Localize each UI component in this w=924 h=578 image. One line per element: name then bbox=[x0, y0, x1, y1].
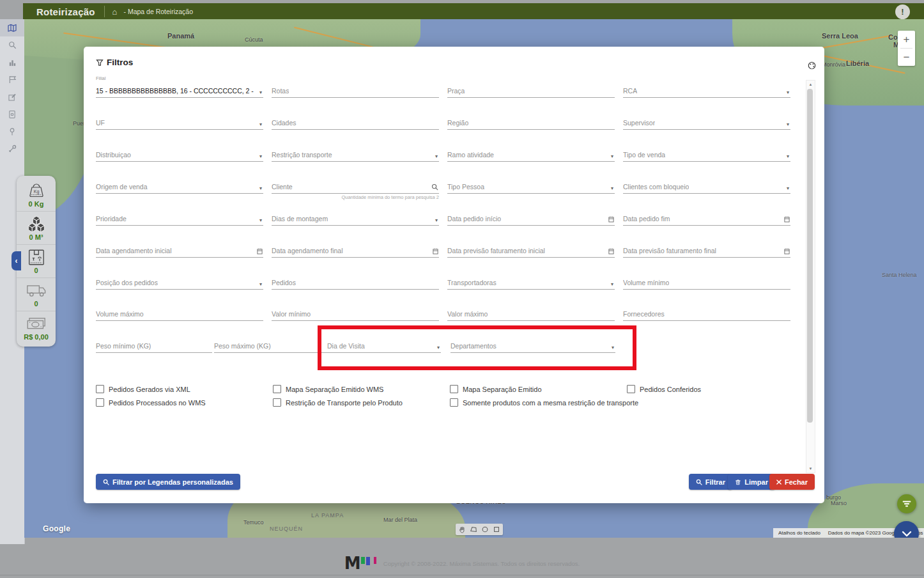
sidebar-item-flag[interactable] bbox=[0, 71, 24, 88]
checkbox-label: Pedidos Processados no WMS bbox=[109, 399, 206, 407]
field-praca[interactable]: Praça bbox=[447, 82, 615, 98]
clear-button[interactable]: Limpar bbox=[728, 474, 775, 490]
map-draw-toolbar bbox=[456, 524, 503, 535]
palette-icon[interactable] bbox=[808, 61, 816, 72]
field-ramo-atividade[interactable]: Ramo atividade▾ bbox=[447, 146, 615, 162]
calendar-icon bbox=[257, 248, 263, 254]
field-label: Data previsão faturamento inicial bbox=[447, 247, 545, 254]
field-data-previsao-faturamento-inicial[interactable]: Data previsão faturamento inicial bbox=[447, 242, 615, 258]
modal-scrollbar[interactable]: ▲ ▼ bbox=[806, 80, 815, 473]
field-pedidos[interactable]: Pedidos bbox=[272, 274, 439, 290]
field-clientes-com-bloqueio[interactable]: Clientes com bloqueio▾ bbox=[623, 178, 790, 194]
scroll-up-arrow[interactable]: ▲ bbox=[806, 81, 815, 88]
cubes-icon bbox=[27, 215, 46, 232]
total-value: 0 M³ bbox=[29, 233, 43, 241]
field-data-agendamento-final[interactable]: Data agendamento final bbox=[272, 242, 439, 258]
field-valor-maximo[interactable]: Valor máximo bbox=[447, 305, 615, 321]
totals-panel-collapse-tab[interactable]: ‹ bbox=[12, 251, 21, 270]
field-label: Cliente bbox=[272, 183, 293, 191]
checkbox-restricao-de-transporte-pelo-produto[interactable]: Restrição de Transporte pelo Produto bbox=[273, 398, 403, 407]
dropdown-arrow-icon: ▾ bbox=[259, 121, 262, 127]
checkbox-box bbox=[450, 398, 458, 407]
field-rotas[interactable]: Rotas bbox=[272, 82, 439, 98]
filter-by-legends-button[interactable]: Filtrar por Legendas personalizadas bbox=[96, 474, 240, 490]
field-dia-de-visita[interactable]: Dia de Visita▾ bbox=[327, 337, 441, 353]
sidebar-item-tools[interactable] bbox=[0, 140, 24, 157]
checkbox-box bbox=[627, 385, 635, 393]
field-supervisor[interactable]: Supervisor▾ bbox=[623, 114, 790, 130]
close-button[interactable]: Fechar bbox=[769, 474, 815, 490]
map-filter-fab[interactable] bbox=[897, 494, 916, 513]
sidebar-item-edit[interactable] bbox=[0, 88, 24, 105]
field-distribuicao[interactable]: Distribuiçao▾ bbox=[96, 146, 263, 162]
field-tipo-pessoa[interactable]: Tipo Pessoa▾ bbox=[447, 178, 615, 194]
field-data-previsao-faturamento-final[interactable]: Data previsão faturamento final bbox=[623, 242, 790, 258]
total-value: 0 bbox=[34, 267, 38, 274]
field-cliente[interactable]: ClienteQuantidade mínima do termo para p… bbox=[272, 178, 439, 194]
checkbox-pedidos-processados-no-wms[interactable]: Pedidos Processados no WMS bbox=[96, 398, 206, 407]
checkbox-somente-produtos-com-a-mesma-restricao-de-transporte[interactable]: Somente produtos com a mesma restrição d… bbox=[450, 398, 638, 407]
scrollbar-thumb[interactable] bbox=[807, 89, 813, 423]
field-dias-de-montagem[interactable]: Dias de montagem▾ bbox=[272, 210, 439, 226]
dropdown-arrow-icon: ▾ bbox=[437, 345, 440, 350]
sidebar-item-bar-chart[interactable] bbox=[0, 54, 24, 71]
field-fornecedores[interactable]: Fornecedores bbox=[623, 305, 790, 321]
total-package: 0 bbox=[17, 244, 56, 277]
checkbox-pedidos-gerados-via-xml[interactable]: Pedidos Gerados via XML bbox=[96, 385, 190, 393]
alert-button[interactable]: ! bbox=[895, 4, 910, 19]
field-data-pedido-fim[interactable]: Data pedido fim bbox=[623, 210, 790, 226]
zoom-out-button[interactable]: − bbox=[898, 49, 915, 66]
field-transportadoras[interactable]: Transportadoras▾ bbox=[447, 274, 615, 290]
field-posicao-dos-pedidos[interactable]: Posição dos pedidos▾ bbox=[96, 274, 263, 290]
rectangle-tool-icon[interactable] bbox=[491, 525, 502, 534]
field-label: Supervisor bbox=[623, 119, 655, 127]
sidebar-item-search[interactable] bbox=[0, 36, 24, 54]
field-volume-maximo[interactable]: Volume máximo bbox=[96, 305, 263, 321]
field-tipo-de-venda[interactable]: Tipo de venda▾ bbox=[623, 146, 790, 162]
field-volume-minimo[interactable]: Volume mínimo bbox=[623, 274, 790, 290]
maxima-logo: M bbox=[344, 555, 378, 572]
checkbox-mapa-separacao-emitido[interactable]: Mapa Separação Emitido bbox=[450, 385, 542, 393]
scroll-down-arrow[interactable]: ▼ bbox=[806, 465, 815, 473]
field-cidades[interactable]: Cidades bbox=[272, 114, 439, 130]
chevron-left-icon: ‹ bbox=[15, 256, 18, 265]
keyboard-shortcuts-link[interactable]: Atalhos do teclado bbox=[778, 530, 820, 536]
dropdown-arrow-icon: ▾ bbox=[611, 281, 613, 287]
field-origem-de-venda[interactable]: Origem de venda▾ bbox=[96, 178, 263, 194]
polygon-tool-icon[interactable] bbox=[468, 525, 479, 534]
field-label: Ramo atividade bbox=[447, 151, 494, 159]
field-uf[interactable]: UF▾ bbox=[96, 114, 263, 130]
field-peso-minimo-kg[interactable]: Peso mínimo (KG) bbox=[96, 337, 212, 353]
field-prioridade[interactable]: Prioridade▾ bbox=[96, 210, 263, 226]
field-label: RCA bbox=[623, 87, 637, 95]
checkbox-pedidos-conferidos[interactable]: Pedidos Conferidos bbox=[627, 385, 701, 393]
sidebar-item-map[interactable] bbox=[0, 19, 24, 36]
checkbox-mapa-separacao-emitido-wms[interactable]: Mapa Separação Emitido WMS bbox=[273, 385, 383, 393]
pan-hand-icon[interactable] bbox=[457, 525, 467, 534]
field-label: Fornecedores bbox=[623, 310, 665, 318]
field-regiao[interactable]: Região bbox=[447, 114, 615, 130]
field-valor-minimo[interactable]: Valor mínimo bbox=[272, 305, 439, 321]
field-filial[interactable]: Filial15 - BBBBBBBBBBBBBBB, 16 - CCCCCCC… bbox=[96, 82, 263, 98]
dropdown-arrow-icon: ▾ bbox=[435, 153, 438, 159]
dropdown-arrow-icon: ▾ bbox=[259, 281, 262, 287]
calendar-icon bbox=[433, 248, 438, 254]
filter-button[interactable]: Filtrar bbox=[689, 474, 732, 490]
zoom-in-button[interactable]: + bbox=[898, 31, 915, 48]
field-rca[interactable]: RCA▾ bbox=[623, 82, 790, 98]
footer: M Copyright © 2008-2022. Máxima Sistemas… bbox=[0, 551, 924, 575]
field-peso-maximo-kg[interactable]: Peso máximo (KG) bbox=[214, 337, 330, 353]
field-data-agendamento-inicial[interactable]: Data agendamento inicial bbox=[96, 242, 263, 258]
field-value: 15 - BBBBBBBBBBBBBBB, 16 - CCCCCCCCCC, 2… bbox=[96, 87, 254, 95]
sidebar-item-map-pin[interactable] bbox=[0, 123, 24, 140]
circle-tool-icon[interactable] bbox=[480, 525, 490, 534]
total-truck: 0 bbox=[17, 277, 56, 311]
home-icon[interactable]: ⌂ bbox=[112, 7, 118, 17]
field-label: Volume máximo bbox=[96, 310, 144, 318]
checkbox-label: Restrição de Transporte pelo Produto bbox=[286, 399, 403, 407]
sidebar-item-document-gear[interactable] bbox=[0, 105, 24, 123]
field-restricao-transporte[interactable]: Restrição transporte▾ bbox=[272, 146, 439, 162]
google-logo[interactable]: Google bbox=[43, 524, 70, 533]
field-data-pedido-inicio[interactable]: Data pedido início bbox=[447, 210, 615, 226]
field-departamentos[interactable]: Departamentos▾ bbox=[450, 337, 615, 353]
